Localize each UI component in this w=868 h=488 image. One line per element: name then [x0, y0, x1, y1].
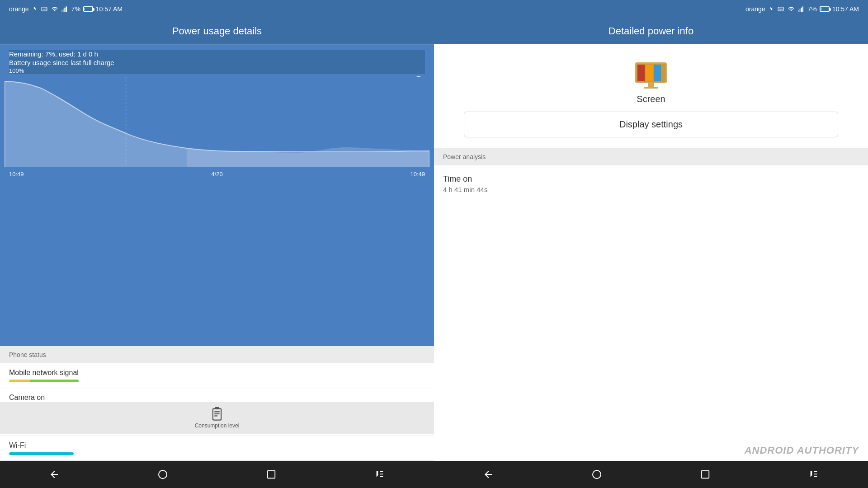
svg-rect-17	[214, 415, 217, 416]
svg-rect-10	[801, 8, 802, 12]
signal-icon-right	[798, 6, 805, 12]
bluetooth-icon-right	[768, 6, 774, 12]
battery-percent-label: 100%	[9, 67, 425, 74]
status-item-mobile-network: Mobile network signal	[0, 363, 434, 388]
svg-rect-4	[64, 8, 65, 12]
time-left: 10:57 AM	[96, 5, 123, 13]
battery-info: Remaining: 7%, used: 1 d 0 h Battery usa…	[9, 50, 425, 74]
nfc-icon-left: NFC	[41, 6, 48, 12]
time-right: 10:57 AM	[832, 5, 859, 13]
display-settings-button[interactable]: Display settings	[464, 112, 838, 137]
carrier-left: orange	[9, 5, 29, 13]
svg-rect-3	[63, 9, 64, 12]
svg-text:NFC: NFC	[42, 8, 47, 11]
battery-chart: 10:49 4/20 10:49	[0, 77, 434, 346]
home-button-right[interactable]	[588, 465, 606, 483]
battery-percent-right: 7%	[808, 5, 817, 13]
wifi-icon-right	[787, 6, 795, 12]
svg-text:NFC: NFC	[779, 8, 784, 11]
wifi-icon-left	[51, 6, 59, 12]
svg-point-25	[159, 470, 167, 479]
consumption-label: Consumption level	[195, 422, 240, 429]
left-panel-title: Power usage details	[0, 18, 434, 45]
bluetooth-icon-left	[32, 6, 38, 12]
back-button-right[interactable]	[479, 465, 497, 483]
battery-percent-left: 7%	[71, 5, 80, 13]
main-container: Power usage details Remaining: 7%, used:…	[0, 18, 868, 461]
carrier-right: orange	[745, 5, 765, 13]
mobile-network-title: Mobile network signal	[9, 369, 425, 377]
svg-rect-5	[66, 6, 66, 12]
svg-rect-26	[268, 471, 275, 479]
right-panel-title: Detailed power info	[434, 18, 868, 44]
consumption-btn[interactable]: Consumption level	[195, 407, 240, 429]
watermark: ANDROID AUTHORITY	[745, 445, 859, 456]
time-on-section: Time on 4 h 41 min 44s	[434, 165, 868, 202]
nav-bar	[0, 461, 868, 488]
battery-icon-right	[820, 6, 830, 12]
svg-rect-21	[646, 65, 653, 81]
recents-button-left[interactable]	[262, 465, 280, 483]
svg-rect-15	[214, 411, 219, 412]
wifi-bar-container	[9, 452, 108, 455]
chart-label-start: 10:49	[9, 171, 24, 178]
battery-usage-text: Battery usage since last full charge	[9, 59, 425, 66]
wifi-title: Wi-Fi	[9, 441, 425, 450]
back-button-left[interactable]	[45, 465, 63, 483]
mobile-network-bar	[9, 380, 108, 382]
time-on-value: 4 h 41 min 44s	[443, 186, 859, 193]
screen-label: Screen	[637, 94, 665, 104]
status-bar: orange NFC 7% 10:57 AM orange NFC 7% 10:…	[0, 0, 868, 18]
svg-rect-11	[802, 6, 803, 12]
time-on-title: Time on	[443, 174, 859, 184]
svg-rect-23	[648, 83, 654, 87]
camera-title: Camera on	[9, 394, 425, 402]
phone-status-label: Phone status	[9, 351, 46, 358]
svg-rect-2	[61, 10, 62, 12]
menu-button-right[interactable]	[805, 465, 823, 483]
status-bar-right: orange NFC 7% 10:57 AM	[745, 5, 859, 13]
chart-label-mid: 4/20	[211, 171, 222, 178]
battery-icon-left	[83, 6, 93, 12]
nfc-icon-right: NFC	[777, 6, 784, 12]
svg-point-27	[593, 470, 601, 479]
svg-rect-16	[214, 413, 219, 414]
power-analysis-section: Power analysis	[434, 148, 868, 165]
home-button-left[interactable]	[154, 465, 172, 483]
consumption-icon	[211, 407, 223, 422]
svg-rect-8	[798, 10, 799, 12]
right-panel: Detailed power info Screen	[434, 18, 868, 461]
svg-rect-24	[644, 87, 658, 89]
power-analysis-label: Power analysis	[443, 153, 486, 160]
battery-chart-svg	[5, 77, 429, 167]
wifi-bar-fill	[9, 452, 74, 455]
svg-rect-22	[654, 65, 661, 81]
phone-status-section: Phone status	[0, 346, 434, 363]
status-item-wifi: Wi-Fi	[0, 436, 434, 461]
svg-rect-20	[637, 65, 645, 81]
battery-remaining: Remaining: 7%, used: 1 d 0 h	[9, 50, 425, 58]
recents-button-right[interactable]	[696, 465, 714, 483]
signal-icon-left	[61, 6, 69, 12]
mobile-network-bar-fill	[9, 380, 79, 382]
screen-icon	[633, 58, 669, 94]
chart-labels: 10:49 4/20 10:49	[5, 169, 429, 179]
chart-label-end: 10:49	[410, 171, 425, 178]
consumption-bar: Consumption level	[0, 402, 434, 434]
right-content: Screen Display settings Power analysis T…	[434, 44, 868, 461]
screen-icon-area: Screen Display settings	[434, 44, 868, 146]
svg-rect-9	[799, 9, 800, 12]
menu-button-left[interactable]	[371, 465, 389, 483]
status-bar-left: orange NFC 7% 10:57 AM	[9, 5, 123, 13]
left-panel: Power usage details Remaining: 7%, used:…	[0, 18, 434, 461]
svg-rect-28	[702, 471, 709, 479]
